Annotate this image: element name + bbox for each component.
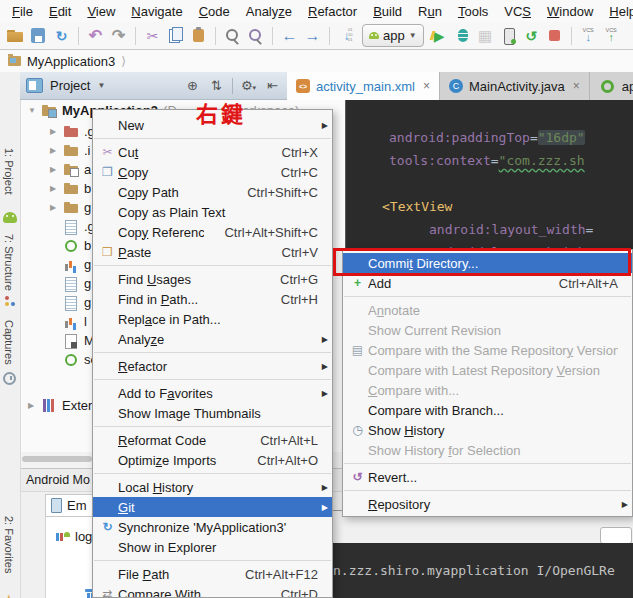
sync-icon[interactable]: ↻: [52, 26, 71, 45]
tree-item[interactable]: g: [50, 293, 91, 312]
menu-code[interactable]: Code: [191, 2, 238, 21]
coverage-icon[interactable]: ▦: [476, 26, 495, 45]
tab-close-icon[interactable]: ×: [573, 79, 580, 93]
chevron-right-icon[interactable]: ▶: [28, 401, 36, 410]
menu-item-find-usages[interactable]: Find UsagesCtrl+G: [93, 269, 332, 289]
run-icon[interactable]: ▶: [430, 26, 449, 45]
back-icon[interactable]: ←: [280, 26, 299, 45]
menu-edit[interactable]: Edit: [41, 2, 79, 21]
tab-app[interactable]: app×: [590, 72, 633, 100]
tool-button----project[interactable]: 1: Project: [3, 148, 15, 194]
menu-item-git[interactable]: Git▶: [93, 497, 332, 517]
menu-item-copy-reference[interactable]: Copy ReferenceCtrl+Alt+Shift+C: [93, 222, 332, 242]
menu-window[interactable]: Window: [539, 2, 601, 21]
git-item-revert[interactable]: ↺Revert...: [343, 467, 632, 487]
git-item-add[interactable]: +AddCtrl+Alt+A: [343, 273, 632, 293]
chevron-right-icon[interactable]: ▶: [50, 165, 58, 174]
tab-close-icon[interactable]: ×: [423, 79, 430, 93]
vcs-up-icon[interactable]: [602, 26, 621, 45]
tool-button----structure[interactable]: 7: Structure: [3, 234, 15, 291]
chevron-right-icon[interactable]: ▶: [50, 146, 58, 155]
menu-item-show-image-thumbnails[interactable]: Show Image Thumbnails: [93, 403, 332, 423]
menu-run[interactable]: Run: [410, 2, 450, 21]
menu-item-copy-path[interactable]: Copy PathCtrl+Shift+C: [93, 182, 332, 202]
tree-item[interactable]: l: [50, 312, 87, 331]
tree-item[interactable]: ▶.i: [50, 141, 91, 160]
git-item-compare-latest-repository[interactable]: Compare with Latest Repository Version: [343, 360, 632, 380]
tree-item[interactable]: M: [50, 331, 95, 350]
save-icon[interactable]: [29, 26, 48, 45]
menu-build[interactable]: Build: [365, 2, 410, 21]
git-item-repository[interactable]: Repository▶: [343, 494, 632, 514]
tree-item[interactable]: ▶b: [50, 179, 91, 198]
tree-item[interactable]: ▶.g: [50, 122, 95, 141]
tree-hscrollbar[interactable]: [22, 456, 92, 462]
menu-refactor[interactable]: Refactor: [300, 2, 365, 21]
tree-item[interactable]: ▶g: [50, 198, 91, 217]
device-icon[interactable]: [499, 26, 518, 45]
paste-icon[interactable]: [189, 26, 208, 45]
chevron-right-icon[interactable]: ▶: [50, 127, 58, 136]
copy-icon[interactable]: [166, 26, 185, 45]
chevron-right-icon[interactable]: ▶: [50, 184, 58, 193]
vcs-down-icon[interactable]: [579, 26, 598, 45]
menu-item-paste[interactable]: ❒PasteCtrl+V: [93, 242, 332, 262]
restart-icon[interactable]: ↺: [522, 26, 541, 45]
collapse-icon[interactable]: ⇤: [264, 78, 281, 93]
menu-item-reformat-code[interactable]: Reformat CodeCtrl+Alt+L: [93, 430, 332, 450]
menu-file[interactable]: File: [4, 2, 41, 21]
menu-navigate[interactable]: Navigate: [123, 2, 190, 21]
tree-item[interactable]: g: [50, 274, 91, 293]
git-item-show-current-revision[interactable]: Show Current Revision: [343, 320, 632, 340]
menu-item-local-history[interactable]: Local History▶: [93, 477, 332, 497]
run-configuration-selector[interactable]: app▼: [362, 24, 424, 47]
menu-item-refactor[interactable]: Refactor▶: [93, 356, 332, 376]
menu-item-file-path[interactable]: File PathCtrl+Alt+F12: [93, 564, 332, 584]
logcat-tab[interactable]: log: [56, 529, 92, 544]
stop-icon[interactable]: [545, 26, 564, 45]
chevron-right-icon[interactable]: ▶: [50, 203, 58, 212]
find-icon[interactable]: [246, 26, 265, 45]
tree-item[interactable]: b: [50, 236, 91, 255]
forward-icon[interactable]: →: [303, 26, 322, 45]
tool-button----favorites[interactable]: 2: Favorites: [3, 516, 15, 573]
menu-item-copy[interactable]: ❐CopyCtrl+C: [93, 162, 332, 182]
menu-item-cut[interactable]: ✂CutCtrl+X: [93, 142, 332, 162]
git-item-show-history-for-selection[interactable]: Show History for Selection: [343, 440, 632, 460]
menu-item-optimize-imports[interactable]: Optimize ImportsCtrl+Alt+O: [93, 450, 332, 470]
search-icon[interactable]: [223, 26, 242, 45]
settings-icon[interactable]: ⚙: [240, 78, 257, 93]
menu-item-synchronize[interactable]: ↻Synchronize 'MyApplication3': [93, 517, 332, 537]
menu-vcs[interactable]: VCS: [496, 2, 539, 21]
tree-item[interactable]: .g: [50, 217, 95, 236]
search-field-fragment[interactable]: [600, 527, 632, 544]
menu-tools[interactable]: Tools: [450, 2, 496, 21]
open-icon[interactable]: [6, 26, 25, 45]
tree-item-external-libraries[interactable]: ▶Exter: [28, 396, 92, 415]
menu-item-compare-with[interactable]: ⇄Compare With...Ctrl+D: [93, 584, 332, 598]
order-icon[interactable]: [337, 26, 356, 45]
chevron-down-icon[interactable]: ▼: [28, 106, 36, 115]
project-dropdown-caret-icon[interactable]: ▼: [97, 81, 105, 90]
debug-icon[interactable]: [453, 26, 472, 45]
menu-analyze[interactable]: Analyze: [238, 2, 300, 21]
menu-item-replace-in-path[interactable]: Replace in Path...: [93, 309, 332, 329]
menu-item-find-in-path[interactable]: Find in Path...Ctrl+H: [93, 289, 332, 309]
tree-item[interactable]: ▶a: [50, 160, 91, 179]
git-item-annotate[interactable]: Annotate: [343, 300, 632, 320]
project-panel-title[interactable]: Project: [50, 78, 90, 93]
tree-item[interactable]: g: [50, 255, 91, 274]
menu-help[interactable]: Help: [601, 2, 633, 21]
cut-icon[interactable]: ✂: [143, 26, 162, 45]
split-icon[interactable]: ⇅: [208, 78, 225, 93]
tool-button-captures[interactable]: Captures: [3, 320, 15, 365]
menu-item-show-in-explorer[interactable]: Show in Explorer: [93, 537, 332, 557]
redo-icon[interactable]: ↷: [109, 26, 128, 45]
locate-icon[interactable]: ⊕: [184, 78, 201, 93]
menu-item-copy-as-plain-text[interactable]: Copy as Plain Text: [93, 202, 332, 222]
menu-item-analyze[interactable]: Analyze▶: [93, 329, 332, 349]
tab-activity_main.xml[interactable]: <>activity_main.xml×: [287, 72, 440, 100]
menu-item-add-to-favorites[interactable]: Add to Favorites▶: [93, 383, 332, 403]
git-item-compare-with-branch[interactable]: Compare with Branch...: [343, 400, 632, 420]
breadcrumb-project[interactable]: MyApplication3: [27, 54, 115, 69]
